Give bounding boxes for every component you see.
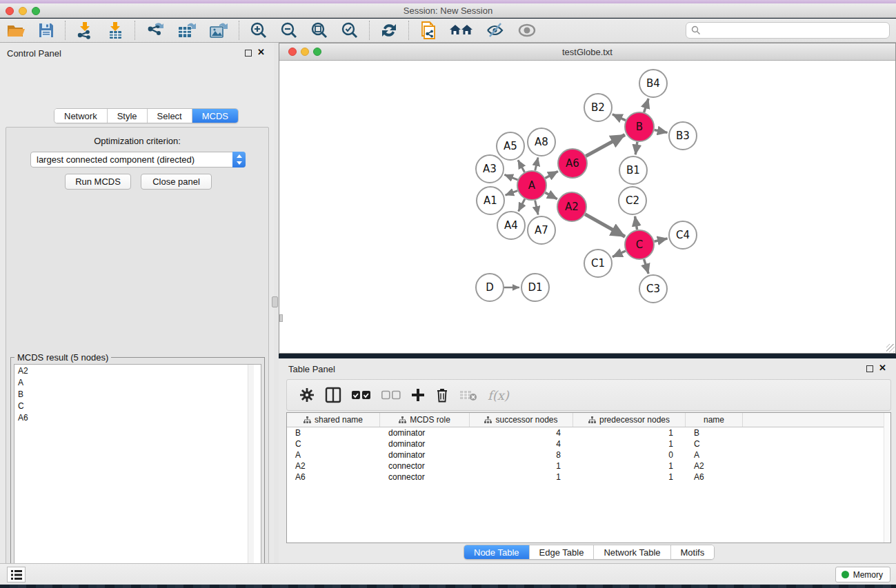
graph-node-B1[interactable]: B1 [619,156,647,184]
network-graph[interactable]: AA1A3A4A5A7A8A6A2BB1B2B3B4CC1C2C3C4DD1 [279,61,895,353]
graph-node-C4[interactable]: C4 [669,221,697,249]
column-header-MCDS-role[interactable]: MCDS role [380,413,470,427]
memory-button[interactable]: Memory [835,567,890,582]
delete-column-button[interactable] [435,387,449,403]
toggle-columns-button[interactable] [325,387,341,403]
graph-edge-A-A2[interactable] [545,192,557,199]
graph-edge-A-A1[interactable] [506,191,518,196]
result-list-item[interactable]: A2 [14,365,261,376]
task-history-button[interactable] [7,567,26,582]
graph-node-A4[interactable]: A4 [497,212,525,239]
zoom-fit-button[interactable] [304,19,335,41]
graph-node-B3[interactable]: B3 [669,122,697,150]
function-builder-button[interactable]: f(x) [488,388,509,403]
result-list-item[interactable]: A [14,376,261,388]
graph-node-A2[interactable]: A2 [557,192,586,221]
table-scrollbar[interactable] [884,413,890,543]
graph-node-C2[interactable]: C2 [619,187,646,214]
graph-edge-A-A7[interactable] [535,201,539,215]
graph-node-D1[interactable]: D1 [521,274,549,301]
deselect-all-columns-button[interactable] [381,390,401,400]
mcds-result-list[interactable]: A2ABCA6 [14,364,261,588]
export-table-button[interactable] [171,19,203,41]
show-all-button[interactable] [511,19,543,41]
graph-edge-A-A5[interactable] [518,160,525,172]
graph-node-A5[interactable]: A5 [497,132,524,160]
graph-node-D[interactable]: D [476,274,504,301]
tab-style[interactable]: Style [108,109,148,123]
table-settings-button[interactable] [299,387,315,403]
tab-network[interactable]: Network [54,109,108,123]
graph-edge-C-C3[interactable] [644,259,649,274]
graph-edge-C-C2[interactable] [635,216,637,230]
graph-node-B[interactable]: B [625,112,654,141]
graph-edge-C-C4[interactable] [654,239,667,241]
hide-selected-button[interactable] [479,19,511,41]
close-panel-icon[interactable]: ✕ [879,363,886,373]
tab-network-table[interactable]: Network Table [594,545,670,559]
graph-node-A1[interactable]: A1 [477,187,504,214]
search-field[interactable] [686,22,890,39]
import-network-button[interactable] [70,19,100,41]
graph-edge-C-C1[interactable] [613,251,626,257]
graph-edge-A-A3[interactable] [504,174,517,180]
graph-node-A[interactable]: A [517,171,546,200]
tab-mcds[interactable]: MCDS [192,109,238,123]
graph-edge-A6-B[interactable] [586,135,625,156]
graph-node-C1[interactable]: C1 [584,250,612,277]
network-canvas[interactable]: AA1A3A4A5A7A8A6A2BB1B2B3B4CC1C2C3C4DD1 [279,61,895,353]
copy-view-button[interactable] [413,19,444,41]
zoom-in-button[interactable] [243,19,274,41]
graph-node-A6[interactable]: A6 [558,149,587,178]
column-header-predecessor-nodes[interactable]: predecessor nodes [573,413,686,427]
graph-edge-A-A8[interactable] [535,157,538,170]
table-row[interactable]: Cdominator41C [287,438,890,449]
import-table-button[interactable] [100,19,130,41]
graph-edge-B-B1[interactable] [635,142,637,154]
graph-edge-A-A4[interactable] [519,199,525,212]
graph-edge-B-B4[interactable] [644,99,648,112]
graph-edge-B-B3[interactable] [655,130,668,132]
tab-select[interactable]: Select [148,109,192,123]
refresh-button[interactable] [374,19,404,41]
export-image-button[interactable] [203,19,235,41]
graph-node-C3[interactable]: C3 [639,275,667,303]
graph-node-A8[interactable]: A8 [528,128,555,156]
criterion-dropdown[interactable]: largest connected component (directed) [30,152,246,168]
panel-divider[interactable] [274,43,279,563]
delete-table-button[interactable] [459,389,477,401]
graph-node-A7[interactable]: A7 [528,216,555,244]
close-panel-button[interactable]: Close panel [141,174,212,190]
window-resize-grip[interactable] [886,344,895,352]
table-row[interactable]: A6connector11A6 [287,472,890,483]
close-panel-icon[interactable]: ✕ [257,47,265,57]
zoom-out-button[interactable] [274,19,304,41]
add-column-button[interactable] [411,388,425,402]
search-input[interactable] [701,26,889,35]
graph-node-A3[interactable]: A3 [476,155,504,183]
result-list-item[interactable]: B [14,388,261,400]
column-header-shared-name[interactable]: shared name [287,413,380,427]
home-view-button[interactable] [444,19,479,41]
float-panel-icon[interactable] [866,365,873,372]
tab-node-table[interactable]: Node Table [464,545,530,559]
zoom-selected-button[interactable] [335,19,365,41]
table-row[interactable]: Adominator80A [287,449,890,460]
tab-edge-table[interactable]: Edge Table [530,545,595,559]
tab-motifs[interactable]: Motifs [671,545,715,559]
run-mcds-button[interactable]: Run MCDS [65,174,131,190]
graph-edge-A-A6[interactable] [545,171,558,178]
graph-edge-B-B2[interactable] [613,114,626,121]
result-list-item[interactable]: A6 [14,412,261,423]
table-row[interactable]: Bdominator41B [287,427,890,438]
graph-node-B4[interactable]: B4 [639,70,667,97]
open-session-button[interactable] [0,19,32,41]
node-table[interactable]: shared nameMCDS rolesuccessor nodesprede… [286,412,891,543]
graph-node-B2[interactable]: B2 [584,94,612,121]
graph-edge-A2-C[interactable] [585,214,625,236]
table-row[interactable]: A2connector11A2 [287,460,890,472]
save-session-button[interactable] [32,19,61,41]
float-panel-icon[interactable] [245,50,252,57]
graph-node-C[interactable]: C [625,230,654,259]
result-list-scrollbar[interactable] [248,365,254,588]
